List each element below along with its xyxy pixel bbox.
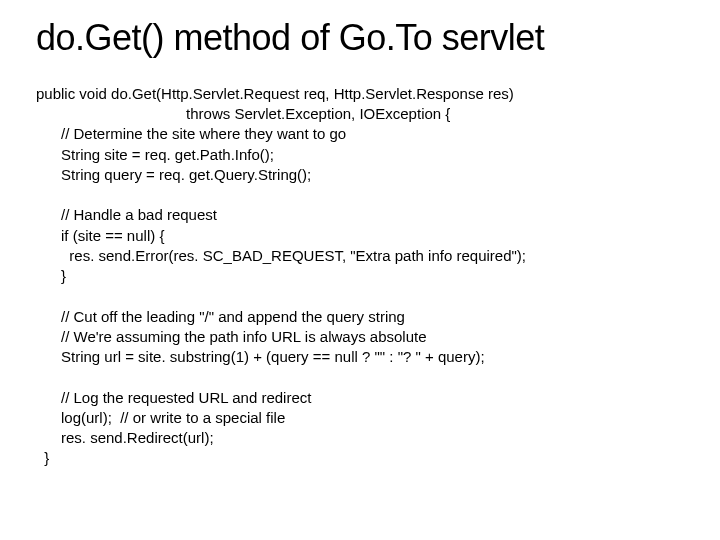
code-line: }: [36, 267, 66, 284]
code-line: // Handle a bad request: [36, 206, 217, 223]
code-block: public void do.Get(Http.Servlet.Request …: [36, 64, 692, 489]
code-line: res. send.Error(res. SC_BAD_REQUEST, "Ex…: [36, 247, 526, 264]
code-line: res. send.Redirect(url);: [36, 429, 214, 446]
code-line: // Log the requested URL and redirect: [36, 389, 311, 406]
slide: do.Get() method of Go.To servlet public …: [0, 0, 720, 540]
code-line: log(url); // or write to a special file: [36, 409, 285, 426]
code-line: // We're assuming the path info URL is a…: [36, 328, 427, 345]
code-line: public void do.Get(Http.Servlet.Request …: [36, 85, 514, 102]
code-line: String url = site. substring(1) + (query…: [36, 348, 485, 365]
code-line: throws Servlet.Exception, IOException {: [36, 105, 450, 122]
code-line: }: [36, 449, 49, 466]
code-line: String site = req. get.Path.Info();: [36, 146, 274, 163]
code-line: String query = req. get.Query.String();: [36, 166, 311, 183]
code-line: // Determine the site where they want to…: [36, 125, 346, 142]
code-line: if (site == null) {: [36, 227, 164, 244]
slide-title: do.Get() method of Go.To servlet: [36, 18, 692, 58]
code-line: // Cut off the leading "/" and append th…: [36, 308, 405, 325]
